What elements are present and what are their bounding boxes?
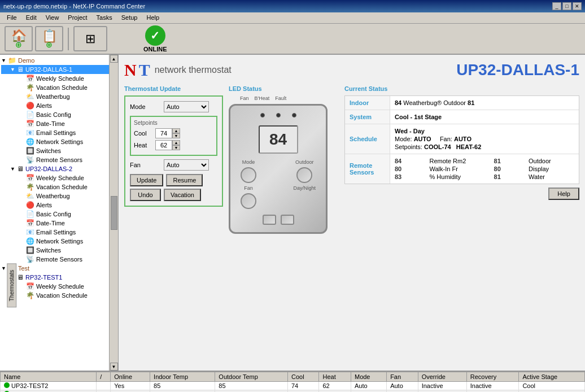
help-button[interactable]: Help [548,188,579,200]
sidebar-item-email-settings-2[interactable]: 📧 Email Settings [1,228,117,237]
tree-item-icon: 📡 [26,156,34,164]
col-online[interactable]: Online [111,372,150,382]
sidebar-item-weatherbug-2[interactable]: ⛅ Weatherbug [1,191,117,201]
sidebar-item-up32-dallas-2[interactable]: ▼ 🖥 UP32-DALLAS-2 [1,164,117,173]
sidebar-item-vacation-schedule-3[interactable]: 🌴 Vacation Schedule [1,291,117,300]
fan-control[interactable]: Auto On [164,159,209,171]
sidebar-item-weekly-schedule-1[interactable]: 📅 Weekly Schedule [1,74,117,83]
cell-indoor: 83 [150,390,215,393]
menu-file[interactable]: File [2,14,21,22]
mode-control[interactable]: Auto Cool Heat Off Fan Only [164,101,209,112]
mode-button[interactable] [241,167,256,183]
col-outdoor[interactable]: Outdoor Temp [215,372,288,382]
heat-down-button[interactable]: ▼ [172,145,180,150]
undo-button[interactable]: Undo [130,189,161,201]
expand-icon: ▼ [10,166,17,172]
sidebar-item-vacation-schedule-2[interactable]: 🌴 Vacation Schedule [1,182,117,191]
tree-item-icon: 🖥 [17,273,24,281]
sidebar-item-alerts-1[interactable]: 🔴 Alerts [1,101,117,110]
menu-edit[interactable]: Edit [21,14,41,22]
scroll-up-button[interactable]: ▲ [110,55,118,63]
outdoor-button[interactable] [296,167,312,183]
vacation-button[interactable]: Vacation [164,189,201,201]
fan-select[interactable]: Auto On [164,159,209,171]
tree-item-label: Weatherbug [36,193,70,199]
maximize-button[interactable]: □ [562,2,571,10]
menu-tasks[interactable]: Tasks [92,14,117,22]
col-indoor[interactable]: Indoor Temp [150,372,215,382]
update-button[interactable]: Update [130,174,163,186]
mode-row: Mode Auto Cool Heat Off Fan Only [130,101,217,112]
cell-slash [97,390,111,393]
tree-item-label: Switches [36,147,61,154]
right-area: Outdoor Day/Night [293,159,316,209]
schedule-cool: COOL-74 [424,143,451,150]
sidebar-item-weatherbug-1[interactable]: ⛅ Weatherbug [1,92,117,101]
thermostats-tab[interactable]: Thermostats [7,264,16,308]
logo-n: N [124,60,137,80]
cool-down-button[interactable]: ▼ [172,133,180,138]
col-heat[interactable]: Heat [319,372,351,382]
heat-row: Heat ▲ ▼ [134,140,213,150]
cool-up-button[interactable]: ▲ [172,128,180,133]
cool-input[interactable] [155,128,172,138]
sidebar-item-vacation-schedule-1[interactable]: 🌴 Vacation Schedule [1,83,117,92]
sidebar-item-alerts-2[interactable]: 🔴 Alerts [1,201,117,210]
sidebar-item-date-time-1[interactable]: 📅 Date-Time [1,119,117,128]
resume-button[interactable]: Resume [166,174,203,186]
cell-override: Active [418,390,466,393]
rs1-val: 84 [395,158,425,164]
add-device-button[interactable]: 📋 ⊕ [35,26,63,51]
outdoor-label: Outdoor [295,159,314,165]
sidebar-item-email-settings-1[interactable]: 📧 Email Settings [1,128,117,137]
sidebar-scrollbar[interactable]: ▲ ▼ [109,55,118,371]
sidebar-item-switches-2[interactable]: 🔲 Switches [1,246,117,255]
sidebar-item-network-settings-1[interactable]: 🌐 Network Settings [1,137,117,146]
close-button[interactable]: ✕ [573,2,582,10]
tree-item-label: Email Settings [36,229,76,236]
cool-spinners[interactable]: ▲ ▼ [172,128,180,138]
therm-btn-2[interactable] [281,215,294,225]
sidebar-item-demo[interactable]: ▼ 📁 Demo [1,56,117,65]
window-controls[interactable]: _ □ ✕ [552,2,582,10]
minimize-button[interactable]: _ [552,2,561,10]
fan-button[interactable] [241,193,256,209]
col-cool[interactable]: Cool [287,372,319,382]
sidebar-item-weekly-schedule-3[interactable]: 📅 Weekly Schedule [1,282,117,291]
rs2-label: Outdoor [529,158,574,164]
menu-help[interactable]: Help [142,14,164,22]
therm-btn-1[interactable] [263,215,276,225]
menu-project[interactable]: Project [63,14,91,22]
mode-select[interactable]: Auto Cool Heat Off Fan Only [164,101,209,112]
scroll-down-button[interactable]: ▼ [110,363,118,371]
col-override[interactable]: Override [418,372,466,382]
sidebar-item-remote-sensors-1[interactable]: 📡 Remote Sensors [1,155,117,164]
schedule-row: Schedule Wed - Day Mode: AUTO Fan: AUTO … [345,124,579,154]
heat-spinners[interactable]: ▲ ▼ [172,140,180,150]
col-slash[interactable]: / [97,372,111,382]
sidebar-item-basic-config-2[interactable]: 📄 Basic Config [1,210,117,219]
col-recovery[interactable]: Recovery [466,372,519,382]
view-button[interactable]: ⊞ [73,26,107,51]
sidebar-item-rp32-test1[interactable]: ▼ 🖥 RP32-TEST1 [1,273,117,282]
sidebar-item-up32-dallas-1[interactable]: ▼ 🖥 UP32-DALLAS-1 [1,65,117,74]
col-stage[interactable]: Active Stage [519,372,585,382]
tree-item-label: Weekly Schedule [36,75,84,82]
sidebar-item-basic-config-1[interactable]: 📄 Basic Config [1,110,117,119]
add-location-button[interactable]: 🏠 ⊕ [5,26,33,51]
col-name[interactable]: Name [1,372,97,382]
schedule-mode: AUTO [414,136,431,142]
heat-input[interactable] [155,140,172,150]
col-fan[interactable]: Fan [387,372,418,382]
sidebar-item-weekly-schedule-2[interactable]: 📅 Weekly Schedule [1,173,117,182]
menu-view[interactable]: View [41,14,64,22]
sidebar-item-remote-sensors-2[interactable]: 📡 Remote Sensors [1,255,117,264]
sidebar-item-test[interactable]: ▼ 📁 Test [1,264,117,273]
sidebar-item-switches-1[interactable]: 🔲 Switches [1,146,117,155]
sidebar-item-date-time-2[interactable]: 📅 Date-Time [1,219,117,228]
menu-setup[interactable]: Setup [117,14,142,22]
sidebar-item-network-settings-2[interactable]: 🌐 Network Settings [1,237,117,246]
cell-cool: 76 [287,390,319,393]
heat-up-button[interactable]: ▲ [172,140,180,145]
col-mode[interactable]: Mode [351,372,386,382]
